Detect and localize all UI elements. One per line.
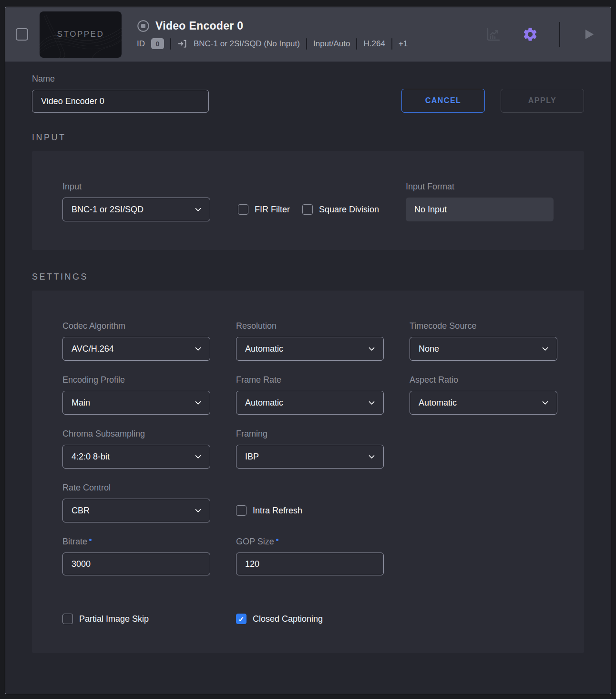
name-label: Name bbox=[32, 74, 209, 84]
input-section: INPUT Input BNC-1 or 2SI/SQD bbox=[32, 133, 584, 250]
timecode-source-select[interactable]: None bbox=[410, 337, 557, 361]
chevron-down-icon bbox=[194, 453, 202, 461]
codec-algorithm-label: Codec Algorithm bbox=[62, 321, 210, 331]
input-select[interactable]: BNC-1 or 2SI/SQD bbox=[62, 198, 210, 221]
partial-image-skip-label: Partial Image Skip bbox=[79, 614, 149, 624]
chevron-down-icon bbox=[368, 345, 376, 353]
aspect-ratio-select[interactable]: Automatic bbox=[410, 391, 557, 415]
encoder-header: STOPPED Video Encoder 0 ID 0 bbox=[5, 7, 611, 62]
input-select-value: BNC-1 or 2SI/SQD bbox=[72, 205, 144, 215]
more-info-badge[interactable]: +1 bbox=[399, 39, 408, 49]
chevron-down-icon bbox=[194, 345, 202, 353]
resolution-value: Automatic bbox=[245, 344, 283, 354]
fir-filter-checkbox[interactable] bbox=[238, 204, 248, 215]
closed-captioning-label: Closed Captioning bbox=[253, 614, 323, 624]
separator bbox=[391, 38, 392, 50]
id-badge: 0 bbox=[151, 38, 164, 49]
framing-select[interactable]: IBP bbox=[236, 445, 384, 469]
stats-button[interactable] bbox=[483, 24, 504, 45]
encoder-config-page: STOPPED Video Encoder 0 ID 0 bbox=[0, 0, 616, 699]
start-encoder-button[interactable] bbox=[579, 25, 597, 43]
encoding-profile-label: Encoding Profile bbox=[62, 375, 210, 385]
input-label: Input bbox=[62, 182, 210, 192]
input-info: BNC-1 or 2SI/SQD (No Input) bbox=[194, 39, 300, 49]
input-format-label: Input Format bbox=[406, 182, 554, 192]
frame-rate-label: Frame Rate bbox=[236, 375, 384, 385]
gear-icon bbox=[522, 26, 538, 42]
fir-filter-label: FIR Filter bbox=[255, 205, 290, 215]
codec-info: H.264 bbox=[363, 39, 385, 49]
square-division-checkbox[interactable] bbox=[302, 204, 313, 215]
intra-refresh-label: Intra Refresh bbox=[253, 506, 302, 516]
chroma-subsampling-select[interactable]: 4:2:0 8-bit bbox=[62, 445, 210, 469]
settings-section-heading: SETTINGS bbox=[32, 272, 584, 282]
settings-section: SETTINGS Codec Algorithm AVC/H.264 Resol… bbox=[32, 272, 584, 653]
partial-image-skip-checkbox-item[interactable]: Partial Image Skip bbox=[62, 614, 210, 624]
settings-card: Codec Algorithm AVC/H.264 Resolution Aut… bbox=[32, 291, 584, 653]
preview-thumbnail[interactable]: STOPPED bbox=[40, 11, 122, 58]
intra-refresh-checkbox[interactable] bbox=[236, 505, 246, 516]
encoding-profile-select[interactable]: Main bbox=[62, 391, 210, 415]
rate-control-select[interactable]: CBR bbox=[62, 499, 210, 522]
name-row: Name CANCEL APPLY bbox=[32, 74, 584, 113]
play-icon bbox=[581, 27, 595, 42]
mode-info: Input/Auto bbox=[313, 39, 350, 49]
frame-rate-value: Automatic bbox=[245, 398, 283, 408]
divider bbox=[559, 22, 560, 47]
bitrate-label: Bitrate bbox=[62, 537, 87, 547]
framing-label: Framing bbox=[236, 429, 384, 439]
resolution-select[interactable]: Automatic bbox=[236, 337, 384, 361]
rate-control-label: Rate Control bbox=[62, 483, 210, 493]
gop-size-input[interactable] bbox=[236, 553, 384, 575]
header-actions bbox=[483, 22, 597, 47]
separator bbox=[306, 38, 307, 50]
input-section-heading: INPUT bbox=[32, 133, 584, 143]
intra-refresh-checkbox-item[interactable]: Intra Refresh bbox=[236, 505, 302, 516]
breadcrumb: ID 0 BNC-1 or 2SI/SQD (No Input) Input/A… bbox=[137, 38, 408, 50]
chroma-subsampling-label: Chroma Subsampling bbox=[62, 429, 210, 439]
closed-captioning-checkbox[interactable] bbox=[236, 614, 246, 624]
separator bbox=[356, 38, 357, 50]
partial-image-skip-checkbox[interactable] bbox=[62, 614, 73, 624]
settings-button[interactable] bbox=[520, 24, 540, 44]
video-encoder-panel: STOPPED Video Encoder 0 ID 0 bbox=[5, 7, 611, 694]
codec-algorithm-select[interactable]: AVC/H.264 bbox=[62, 337, 210, 361]
encoding-profile-value: Main bbox=[72, 398, 90, 408]
bitrate-input[interactable] bbox=[62, 553, 210, 575]
status-badge: STOPPED bbox=[57, 30, 104, 39]
input-card: Input BNC-1 or 2SI/SQD FIR Filter bbox=[32, 151, 584, 250]
chevron-down-icon bbox=[194, 206, 202, 214]
timecode-source-label: Timecode Source bbox=[410, 321, 557, 331]
title-block: Video Encoder 0 ID 0 BNC-1 or 2SI/SQD (N… bbox=[137, 20, 408, 50]
encoder-config-body: Name CANCEL APPLY INPUT Input BNC-1 or 2… bbox=[5, 62, 611, 694]
gop-size-label: GOP Size bbox=[236, 537, 274, 547]
apply-button[interactable]: APPLY bbox=[501, 89, 584, 113]
input-source-icon bbox=[177, 39, 187, 49]
chart-icon bbox=[485, 26, 502, 43]
chevron-down-icon bbox=[368, 399, 376, 407]
id-label: ID bbox=[137, 39, 145, 49]
name-input[interactable] bbox=[32, 90, 209, 113]
cancel-button[interactable]: CANCEL bbox=[401, 89, 485, 113]
chevron-down-icon bbox=[541, 345, 549, 353]
square-division-label: Square Division bbox=[319, 205, 379, 215]
frame-rate-select[interactable]: Automatic bbox=[236, 391, 384, 415]
fir-filter-checkbox-item[interactable]: FIR Filter bbox=[238, 204, 290, 215]
required-marker bbox=[89, 539, 92, 541]
required-marker bbox=[276, 539, 278, 541]
chevron-down-icon bbox=[194, 399, 202, 407]
aspect-ratio-label: Aspect Ratio bbox=[410, 375, 557, 385]
page-title: Video Encoder 0 bbox=[155, 20, 243, 32]
resolution-label: Resolution bbox=[236, 321, 384, 331]
select-encoder-checkbox[interactable] bbox=[16, 28, 28, 41]
separator bbox=[170, 38, 171, 50]
chroma-subsampling-value: 4:2:0 8-bit bbox=[72, 452, 110, 462]
square-division-checkbox-item[interactable]: Square Division bbox=[302, 204, 379, 215]
codec-algorithm-value: AVC/H.264 bbox=[72, 344, 114, 354]
closed-captioning-checkbox-item[interactable]: Closed Captioning bbox=[236, 614, 384, 624]
chevron-down-icon bbox=[368, 453, 376, 461]
rate-control-value: CBR bbox=[72, 506, 90, 516]
framing-value: IBP bbox=[245, 452, 259, 462]
stopped-state-icon bbox=[137, 20, 150, 32]
chevron-down-icon bbox=[541, 399, 549, 407]
